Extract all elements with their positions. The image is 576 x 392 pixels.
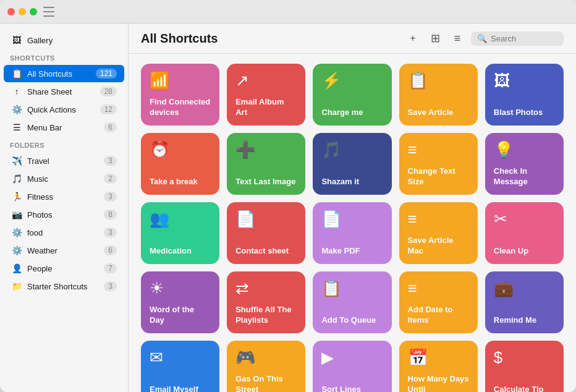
menu-bar-count: 6: [104, 122, 117, 132]
card-label-calculate-tip: Calculate Tip: [494, 385, 555, 392]
card-contact-sheet[interactable]: 📄 Contact sheet: [227, 202, 305, 264]
list-view-button[interactable]: ≡: [449, 30, 466, 47]
search-icon: 🔍: [477, 34, 487, 43]
music-icon: 🎵: [11, 173, 22, 184]
sidebar-all-shortcuts-label: All Shortcuts: [27, 69, 96, 79]
photos-icon: 📷: [11, 209, 22, 220]
card-icon-change-text-size: ≡: [408, 140, 469, 160]
sidebar-music-label: Music: [27, 174, 104, 184]
main-content: All Shortcuts + ⊞ ≡ 🔍 📶 Find Connected d…: [129, 23, 576, 392]
sidebar-item-people[interactable]: 👤 People 7: [4, 260, 124, 277]
quick-actions-count: 12: [100, 104, 117, 114]
card-label-shazam-it: Shazam it: [321, 177, 383, 187]
all-shortcuts-count: 121: [96, 69, 117, 79]
card-label-gas-on-street: Gas On This Street: [235, 374, 297, 392]
card-email-album[interactable]: ↗ Email Album Art: [227, 64, 305, 126]
menu-bar-icon: ☰: [11, 122, 22, 133]
all-shortcuts-icon: 📋: [11, 68, 22, 79]
card-icon-save-article-mac: ≡: [408, 210, 469, 229]
search-input[interactable]: [491, 34, 557, 43]
card-how-many-days[interactable]: 📅 How Many Days Until: [399, 341, 478, 392]
card-icon-remind-me: 💼: [494, 279, 555, 298]
card-label-sort-lines: Sort Lines: [321, 385, 383, 392]
sidebar-item-share-sheet[interactable]: ↑ Share Sheet 28: [4, 83, 124, 100]
sidebar-item-quick-actions[interactable]: ⚙️ Quick Actions 12: [4, 101, 124, 118]
minimize-button[interactable]: [19, 8, 26, 15]
card-label-save-article-mac: Save Article Mac: [408, 236, 469, 257]
sidebar-item-gallery[interactable]: 🖼 Gallery: [4, 32, 124, 49]
card-take-break[interactable]: ⏰ Take a break: [141, 133, 219, 195]
card-icon-medication: 👥: [150, 210, 211, 229]
card-medication[interactable]: 👥 Medication: [141, 202, 219, 264]
card-icon-contact-sheet: 📄: [235, 210, 297, 229]
quick-actions-icon: ⚙️: [11, 104, 22, 115]
card-check-in-message[interactable]: 💡 Check In Message: [485, 133, 564, 195]
card-text-last-image[interactable]: ➕ Text Last Image: [227, 133, 305, 195]
card-add-to-queue[interactable]: 📋 Add To Queue: [313, 271, 391, 333]
card-shuffle-all[interactable]: ⇄ Shuffle All The Playlists: [227, 271, 305, 333]
card-icon-add-date-items: ≡: [408, 279, 469, 298]
sidebar-item-food[interactable]: ⚙️ food 3: [4, 224, 124, 241]
sidebar-fitness-label: Fitness: [27, 192, 104, 202]
add-shortcut-button[interactable]: +: [404, 30, 421, 47]
sidebar-item-starter-shortcuts[interactable]: 📁 Starter Shortcuts 3: [4, 278, 124, 295]
card-icon-gas-on-street: 🎮: [235, 348, 297, 367]
grid-view-button[interactable]: ⊞: [426, 30, 444, 47]
card-blast-photos[interactable]: 🖼 Blast Photos: [485, 64, 564, 126]
sidebar-food-label: food: [27, 228, 104, 237]
card-icon-email-album: ↗: [235, 71, 297, 90]
sidebar-toggle-button[interactable]: [43, 7, 56, 17]
card-sort-lines[interactable]: ▶ Sort Lines: [313, 341, 391, 392]
sidebar-weather-label: Weather: [27, 246, 104, 255]
fitness-icon: 🏃: [11, 191, 22, 202]
share-sheet-icon: ↑: [11, 86, 22, 97]
card-gas-on-street[interactable]: 🎮 Gas On This Street: [227, 341, 305, 392]
card-label-check-in-message: Check In Message: [494, 166, 555, 187]
card-word-of-day[interactable]: ☀ Word of the Day: [141, 271, 219, 333]
card-label-charge-me: Charge me: [321, 108, 383, 118]
card-icon-shuffle-all: ⇄: [235, 279, 297, 298]
header-actions: + ⊞ ≡ 🔍: [404, 30, 564, 47]
sidebar-item-photos[interactable]: 📷 Photos 8: [4, 206, 124, 223]
card-make-pdf[interactable]: 📄 Make PDF: [313, 202, 391, 264]
card-label-email-album: Email Album Art: [235, 97, 297, 118]
search-box: 🔍: [471, 32, 564, 46]
card-change-text-size[interactable]: ≡ Change Text Size: [399, 133, 478, 195]
people-count: 7: [104, 263, 117, 273]
sidebar-item-all-shortcuts[interactable]: 📋 All Shortcuts 121: [4, 65, 124, 82]
card-clean-up[interactable]: ✂ Clean Up: [485, 202, 564, 264]
sidebar-item-travel[interactable]: ✈️ Travel 3: [4, 152, 124, 169]
card-add-date-items[interactable]: ≡ Add Date to Items: [399, 271, 478, 333]
sidebar-item-music[interactable]: 🎵 Music 2: [4, 170, 124, 187]
card-icon-email-myself: ✉: [150, 348, 211, 367]
page-title: All Shortcuts: [141, 32, 404, 46]
card-shazam-it[interactable]: 🎵 Shazam it: [313, 133, 391, 195]
card-email-myself[interactable]: ✉ Email Myself: [141, 341, 219, 392]
sidebar-item-weather[interactable]: ⚙️ Weather 6: [4, 242, 124, 259]
card-remind-me[interactable]: 💼 Remind Me: [485, 271, 564, 333]
card-find-connected[interactable]: 📶 Find Connected devices: [141, 64, 219, 126]
sidebar-item-menu-bar[interactable]: ☰ Menu Bar 6: [4, 119, 124, 136]
card-calculate-tip[interactable]: $ Calculate Tip: [485, 341, 564, 392]
card-charge-me[interactable]: ⚡ Charge me: [313, 64, 391, 126]
card-label-contact-sheet: Contact sheet: [235, 246, 297, 257]
card-label-remind-me: Remind Me: [494, 315, 555, 326]
close-button[interactable]: [7, 8, 15, 15]
sidebar-share-sheet-label: Share Sheet: [27, 87, 100, 96]
card-icon-add-to-queue: 📋: [321, 279, 383, 298]
gallery-icon: 🖼: [11, 35, 22, 46]
folders-section-label: Folders: [0, 137, 128, 151]
starter-shortcuts-icon: 📁: [11, 281, 22, 292]
card-save-article[interactable]: 📋 Save Article: [399, 64, 478, 126]
card-save-article-mac[interactable]: ≡ Save Article Mac: [399, 202, 478, 264]
sidebar-item-fitness[interactable]: 🏃 Fitness 3: [4, 188, 124, 205]
card-icon-how-many-days: 📅: [408, 348, 469, 367]
travel-count: 3: [104, 156, 117, 166]
shortcuts-grid: 📶 Find Connected devices ↗ Email Album A…: [141, 64, 564, 392]
sidebar-travel-label: Travel: [27, 156, 104, 166]
starter-shortcuts-count: 3: [104, 281, 117, 291]
sidebar-menu-bar-label: Menu Bar: [27, 123, 104, 132]
weather-icon: ⚙️: [11, 245, 22, 256]
maximize-button[interactable]: [30, 8, 37, 15]
card-label-find-connected: Find Connected devices: [150, 97, 211, 118]
